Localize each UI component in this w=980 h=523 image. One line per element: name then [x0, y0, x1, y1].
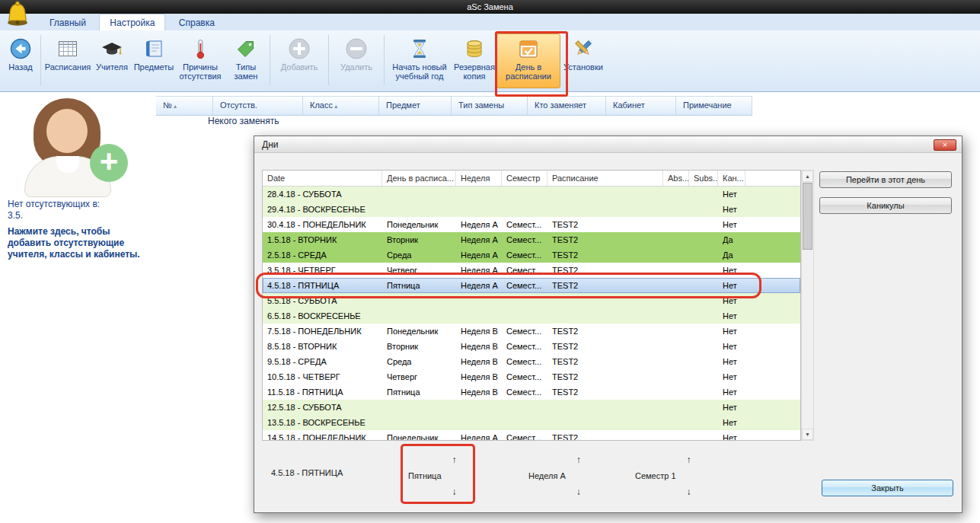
day-cell-week: Неделя A: [456, 247, 502, 263]
day-row[interactable]: 1.5.18 - ВТОРНИКВторникНеделя AСемест...…: [263, 232, 800, 247]
subst-column-header[interactable]: Кто заменяет: [528, 97, 606, 115]
day-row[interactable]: 28.4.18 - СУББОТАНет: [263, 187, 800, 202]
day-cell-schedule: TEST2: [547, 217, 663, 232]
subst-column-header[interactable]: Класс ▴: [303, 97, 379, 115]
day-cell-date: 13.5.18 - ВОСКРЕСЕНЬЕ: [263, 415, 382, 430]
day-cell-week: Неделя B: [456, 354, 502, 369]
ribbon-button-backup[interactable]: Резервная копия: [452, 33, 496, 88]
day-cell-day: Пятница: [382, 384, 456, 400]
ribbon-button-subjects[interactable]: Предметы: [132, 33, 176, 88]
asc-bell-logo-icon[interactable]: [4, 1, 33, 28]
days-col-subs[interactable]: Subs...: [689, 171, 718, 186]
delete-icon: [344, 36, 369, 61]
day-row[interactable]: 30.4.18 - ПОНЕДЕЛЬНИКПонедельникНеделя A…: [263, 217, 800, 232]
day-row[interactable]: 11.5.18 - ПЯТНИЦАПятницаНеделя BСемест..…: [263, 384, 800, 400]
days-dialog-titlebar[interactable]: Дни: [254, 136, 962, 153]
subst-column-header[interactable]: Тип замены: [452, 97, 528, 115]
days-table-scrollbar[interactable]: ▲ ▼: [801, 170, 814, 441]
ribbon-button-teachers[interactable]: Учителя: [92, 33, 132, 88]
subst-column-header[interactable]: № ▴: [156, 97, 213, 115]
day-cell-week: Неделя B: [456, 339, 502, 354]
day-cell-date: 8.5.18 - ВТОРНИК: [263, 339, 382, 354]
day-cell-schedule: TEST2: [547, 384, 663, 400]
day-row[interactable]: 4.5.18 - ПЯТНИЦАПятницаНеделя AСемест...…: [263, 278, 800, 293]
goto-day-button[interactable]: Перейти в этот день: [819, 171, 952, 188]
subst-column-header[interactable]: Предмет: [379, 97, 452, 115]
day-row[interactable]: 13.5.18 - ВОСКРЕСЕНЬЕНет: [263, 415, 800, 430]
days-col-kan[interactable]: Кан...: [718, 171, 745, 186]
day-row[interactable]: 2.5.18 - СРЕДАСредаНеделя AСемест...TEST…: [263, 247, 800, 263]
day-cell-abs: [663, 263, 689, 278]
day-row[interactable]: 7.5.18 - ПОНЕДЕЛЬНИКПонедельникНеделя BС…: [263, 324, 800, 339]
ribbon-button-label: Назад: [8, 62, 33, 72]
day-cell-day: Четверг: [382, 369, 456, 384]
ribbon-button-day-in-timetable[interactable]: День в расписании: [496, 33, 560, 88]
day-cell-schedule: TEST2: [547, 247, 663, 263]
scrollbar-thumb[interactable]: [803, 183, 812, 250]
new-school-year-icon: [408, 36, 431, 61]
day-row[interactable]: 6.5.18 - ВОСКРЕСЕНЬЕНет: [263, 308, 800, 324]
day-cell-kan: Да: [718, 247, 745, 263]
add-absent-plus-icon[interactable]: +: [90, 144, 128, 182]
day-cell-kan: Нет: [718, 217, 745, 232]
ribbon-button-settings[interactable]: Установки: [560, 33, 606, 88]
days-col-day[interactable]: День в расписа...: [382, 171, 456, 186]
day-cell-subs: [689, 430, 718, 441]
ribbon-button-substitution-types[interactable]: Типы замен: [225, 33, 267, 88]
day-row[interactable]: 14.5.18 - ПОНЕДЕЛЬНИКПонедельникНеделя A…: [263, 430, 800, 441]
dialog-close-icon[interactable]: ×: [934, 139, 956, 151]
day-row[interactable]: 8.5.18 - ВТОРНИКВторникНеделя BСемест...…: [263, 339, 800, 354]
sort-asc-icon: ▴: [333, 103, 337, 110]
day-spinner-up-icon[interactable]: ↑: [452, 455, 457, 464]
days-col-schedule[interactable]: Расписание: [547, 171, 663, 186]
term-spinner-down-icon[interactable]: ↓: [687, 487, 691, 496]
day-cell-week: Неделя B: [456, 324, 502, 339]
day-cell-subs: [689, 384, 718, 400]
day-row[interactable]: 12.5.18 - СУББОТАНет: [263, 400, 800, 415]
term-spinner-up-icon[interactable]: ↑: [687, 455, 691, 464]
day-cell-subs: [689, 263, 718, 278]
day-cell-schedule: TEST2: [547, 339, 663, 354]
day-spinner-down-icon[interactable]: ↓: [452, 487, 457, 496]
day-row[interactable]: 3.5.18 - ЧЕТВЕРГЧетвергНеделя AСемест...…: [263, 263, 800, 278]
day-cell-day: Вторник: [382, 339, 456, 354]
day-row[interactable]: 29.4.18 - ВОСКРЕСЕНЬЕНет: [263, 202, 800, 217]
day-cell-subs: [689, 293, 718, 308]
ribbon-button-back[interactable]: Назад: [3, 33, 38, 88]
subst-column-header[interactable]: Примечание: [676, 97, 752, 115]
week-spinner-up-icon[interactable]: ↑: [576, 455, 581, 464]
close-dialog-button[interactable]: Закрыть: [822, 480, 953, 496]
tab-main[interactable]: Главный: [40, 14, 96, 31]
day-cell-week: Неделя A: [456, 263, 502, 278]
scroll-down-icon[interactable]: ▼: [802, 429, 813, 440]
subst-column-header[interactable]: Отсутств.: [213, 97, 303, 115]
day-cell-term: [502, 415, 547, 430]
day-row[interactable]: 9.5.18 - СРЕДАСредаНеделя BСемест...TEST…: [263, 354, 800, 369]
days-col-week[interactable]: Неделя: [456, 171, 502, 186]
tab-settings[interactable]: Настройка: [99, 14, 165, 30]
days-col-abs[interactable]: Abs...: [663, 171, 689, 186]
day-cell-schedule: TEST2: [547, 430, 663, 441]
day-cell-schedule: TEST2: [547, 263, 663, 278]
day-row[interactable]: 10.5.18 - ЧЕТВЕРГЧетвергНеделя BСемест..…: [263, 369, 800, 384]
day-cell-day: Пятница: [382, 278, 456, 293]
add-absent-avatar[interactable]: +: [21, 98, 128, 197]
ribbon-button-new-school-year[interactable]: Начать новый учебный год: [387, 33, 452, 88]
day-cell-day: Понедельник: [382, 430, 456, 441]
week-spinner-down-icon[interactable]: ↓: [576, 487, 581, 496]
ribbon-button-timetables[interactable]: Расписания: [43, 33, 92, 88]
tab-help[interactable]: Справка: [169, 14, 225, 31]
scroll-up-icon[interactable]: ▲: [802, 171, 813, 182]
add-absent-hint[interactable]: Нажмите здесь, чтобы добавить отсутствую…: [8, 226, 142, 260]
day-cell-subs: [689, 187, 718, 202]
ribbon-button-absence-reasons[interactable]: Причины отсутствия: [176, 33, 225, 88]
day-cell-term: Семест...: [502, 232, 547, 247]
day-row[interactable]: 5.5.18 - СУББОТАНет: [263, 293, 800, 308]
no-one-to-substitute-text: Некого заменять: [208, 116, 279, 126]
days-dialog: Дни × DateДень в расписа...НеделяСеместр…: [254, 136, 962, 513]
subst-column-header[interactable]: Кабинет: [606, 97, 676, 115]
holidays-button[interactable]: Каникулы: [819, 197, 952, 214]
day-cell-day: [382, 400, 456, 415]
days-col-date[interactable]: Date: [263, 171, 382, 186]
days-col-term[interactable]: Семестр: [502, 171, 547, 186]
